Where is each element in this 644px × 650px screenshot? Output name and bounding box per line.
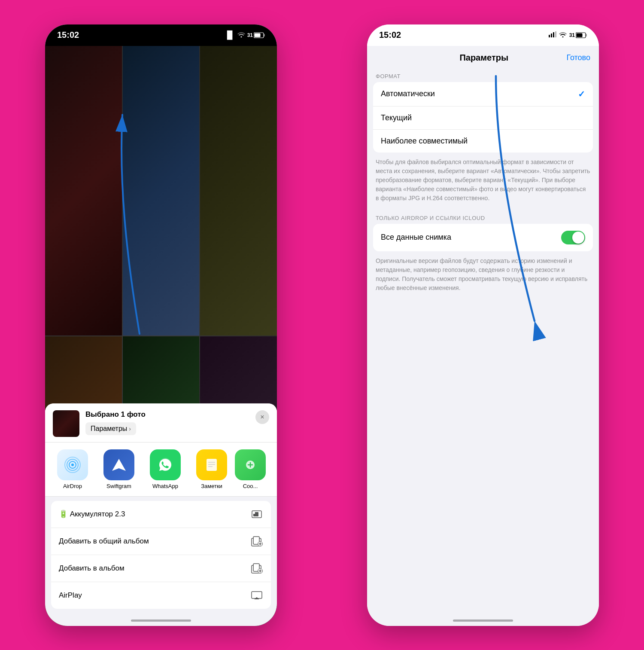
format-options-list: Автоматически ✓ Текущий Наиболее совмест… <box>373 82 593 153</box>
svg-rect-1 <box>264 34 265 37</box>
notes-label: Заметки <box>201 483 222 489</box>
app-icon-swiftgram[interactable]: Swiftgram <box>96 449 142 489</box>
wifi-icon <box>237 31 245 40</box>
params-nav-header: Параметры Готово <box>367 46 599 67</box>
action-battery[interactable]: 🔋 Аккумулятор 2.3 <box>51 501 271 528</box>
left-phone: 15:02 ▐▌ 31 <box>45 24 277 626</box>
toggle-label: Все данные снимка <box>381 233 451 242</box>
action-airplay-label: AirPlay <box>59 591 82 600</box>
auto-checkmark: ✓ <box>578 89 585 99</box>
right-phone: 15:02 <box>367 24 599 626</box>
battery-icon: 31 <box>247 32 265 38</box>
share-header: Выбрано 1 фото Параметры › × <box>45 403 277 442</box>
swiftgram-icon <box>103 449 134 480</box>
signal-icon: ▐▌ <box>224 31 235 40</box>
format-option-auto[interactable]: Автоматически ✓ <box>373 82 593 107</box>
action-shared-album[interactable]: Добавить в общий альбом <box>51 528 271 555</box>
params-button-label: Параметры <box>91 425 127 433</box>
right-status-icons: 31 <box>549 31 587 40</box>
home-indicator <box>131 619 191 622</box>
app-icons-row: AirDrop Swiftgram <box>45 442 277 497</box>
toggle-description: Оригинальные версии файлов будут содержа… <box>367 251 599 299</box>
swiftgram-label: Swiftgram <box>106 483 131 489</box>
right-content: Параметры Готово ФОРМАТ Автоматически ✓ … <box>367 46 599 626</box>
params-page-title: Параметры <box>401 53 566 63</box>
share-title: Выбрано 1 фото <box>85 410 249 419</box>
format-section-label: ФОРМАТ <box>367 67 599 82</box>
close-icon: × <box>260 413 264 421</box>
action-battery-icon <box>250 508 263 521</box>
svg-rect-2 <box>255 33 261 37</box>
action-battery-label: 🔋 Аккумулятор 2.3 <box>59 510 125 519</box>
left-status-bar: 15:02 ▐▌ 31 <box>45 24 277 46</box>
right-wifi-icon <box>559 31 567 40</box>
album-icon <box>250 562 263 575</box>
left-time: 15:02 <box>57 30 79 40</box>
svg-rect-33 <box>577 33 583 37</box>
action-album[interactable]: Добавить в альбом <box>51 555 271 582</box>
svg-rect-10 <box>207 459 217 471</box>
app-icon-airdrop[interactable]: AirDrop <box>49 449 96 489</box>
photo-cell-1 <box>45 46 122 336</box>
action-shared-album-label: Добавить в общий альбом <box>59 537 149 546</box>
whatsapp-label: WhatsApp <box>152 483 178 489</box>
svg-rect-27 <box>549 35 550 37</box>
action-album-label: Добавить в альбом <box>59 564 125 573</box>
toggle-row-container: Все данные снимка <box>373 224 593 251</box>
photo-cell-2 <box>123 46 200 336</box>
svg-point-7 <box>71 464 74 466</box>
right-panel: 15:02 <box>322 0 644 650</box>
toggle-section-label: ТОЛЬКО AIRDROP И ССЫЛКИ ICLOUD <box>367 211 599 224</box>
notes-icon <box>196 449 227 480</box>
share-thumbnail <box>53 410 79 437</box>
chevron-right-icon: › <box>129 425 131 432</box>
params-button[interactable]: Параметры › <box>85 422 136 435</box>
action-airplay[interactable]: AirPlay <box>51 582 271 609</box>
airdrop-icon <box>57 449 88 480</box>
left-panel: 15:02 ▐▌ 31 <box>0 0 322 650</box>
right-battery-icon: 31 <box>569 32 587 38</box>
done-button[interactable]: Готово <box>566 53 590 62</box>
close-button[interactable]: × <box>255 410 269 424</box>
airplay-icon <box>250 589 263 602</box>
right-time: 15:02 <box>379 30 401 40</box>
svg-rect-28 <box>551 34 552 37</box>
photo-cell-3 <box>200 46 277 336</box>
format-current-label: Текущий <box>381 113 412 122</box>
right-home-indicator <box>453 619 513 622</box>
format-auto-label: Автоматически <box>381 89 435 98</box>
app-icon-extra[interactable]: Соо... <box>235 449 266 489</box>
toggle-knob <box>572 232 584 244</box>
whatsapp-icon <box>150 449 181 480</box>
toggle-row: Все данные снимка <box>373 224 593 251</box>
svg-rect-17 <box>253 512 255 514</box>
share-title-area: Выбрано 1 фото Параметры › <box>85 410 249 435</box>
app-icon-notes[interactable]: Заметки <box>188 449 235 489</box>
action-list: 🔋 Аккумулятор 2.3 Добавить в общий альбо… <box>51 501 271 609</box>
svg-marker-8 <box>112 459 126 471</box>
extra-icon <box>235 449 266 480</box>
svg-rect-29 <box>553 32 554 37</box>
toggle-switch[interactable] <box>561 231 585 244</box>
share-sheet: Выбрано 1 фото Параметры › × <box>45 403 277 626</box>
right-status-bar: 15:02 <box>367 24 599 46</box>
airdrop-label: AirDrop <box>63 483 82 489</box>
left-status-icons: ▐▌ 31 <box>224 31 265 40</box>
svg-rect-32 <box>586 34 587 37</box>
format-option-current[interactable]: Текущий <box>373 107 593 130</box>
shared-album-icon <box>250 535 263 548</box>
format-description: Чтобы для файлов выбирался оптимальный ф… <box>367 153 599 211</box>
svg-rect-30 <box>555 31 556 37</box>
format-compatible-label: Наиболее совместимый <box>381 137 468 146</box>
app-icon-whatsapp[interactable]: WhatsApp <box>142 449 188 489</box>
right-signal-icon <box>549 31 556 40</box>
format-option-compatible[interactable]: Наиболее совместимый <box>373 130 593 153</box>
extra-label: Соо... <box>243 483 258 489</box>
